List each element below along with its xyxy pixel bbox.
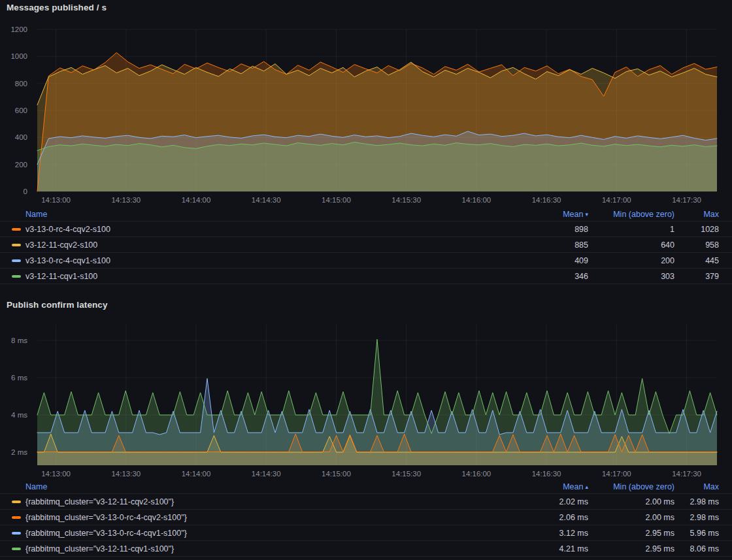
x-tick-label: 14:17:00 bbox=[602, 196, 631, 204]
series-min-value: 303 bbox=[588, 272, 674, 281]
series-name-cell[interactable]: {rabbitmq_cluster="v3-13-0-rc-4-cqv2-s10… bbox=[12, 513, 516, 522]
series-name-label: v3-13-0-rc-4-cqv2-s100 bbox=[25, 225, 110, 234]
legend-row[interactable]: {rabbitmq_cluster="v3-13-0-rc-4-cqv2-s10… bbox=[0, 510, 732, 525]
series-max-value: 379 bbox=[674, 272, 719, 281]
series-color-swatch[interactable] bbox=[12, 501, 21, 503]
series-color-swatch[interactable] bbox=[12, 532, 21, 535]
x-tick-label: 14:14:00 bbox=[182, 470, 211, 478]
series-name-cell[interactable]: v3-12-11-cqv2-s100 bbox=[12, 240, 516, 250]
timeseries-chart-latency[interactable]: 2 ms4 ms6 ms8 ms14:13:0014:13:3014:14:00… bbox=[0, 314, 732, 484]
series-fills bbox=[37, 339, 717, 465]
x-tick-label: 14:16:00 bbox=[462, 196, 491, 204]
series-name-label: v3-12-11-cqv1-s100 bbox=[25, 272, 97, 281]
x-tick-label: 14:15:00 bbox=[322, 470, 351, 478]
column-header-mean[interactable]: Mean▴ bbox=[516, 482, 588, 491]
series-mean-value: 346 bbox=[516, 272, 588, 281]
series-color-swatch[interactable] bbox=[12, 548, 21, 550]
series-max-value: 5.96 ms bbox=[674, 529, 719, 538]
series-mean-value: 4.21 ms bbox=[516, 544, 588, 553]
x-tick-label: 14:17:00 bbox=[602, 470, 631, 478]
series-fill bbox=[37, 339, 717, 465]
x-tick-label: 14:13:30 bbox=[111, 470, 141, 478]
y-tick-label: 200 bbox=[15, 161, 27, 169]
x-tick-label: 14:14:30 bbox=[252, 470, 281, 478]
series-min-value: 2.00 ms bbox=[588, 513, 674, 522]
column-header-name[interactable]: Name bbox=[12, 482, 516, 491]
series-name-label: v3-13-0-rc-4-cqv1-s100 bbox=[25, 256, 110, 265]
grafana-dashboard: Messages published / s 02004006008001000… bbox=[0, 0, 732, 560]
panel-title: Messages published / s bbox=[7, 3, 107, 12]
y-tick-label: 2 ms bbox=[11, 448, 27, 456]
x-tick-label: 14:13:00 bbox=[41, 196, 71, 204]
legend-header-row: NameMean▾Min (above zero)Max bbox=[0, 207, 732, 222]
y-tick-label: 0 bbox=[24, 188, 27, 195]
series-mean-value: 2.02 ms bbox=[516, 497, 588, 506]
x-tick-label: 14:17:30 bbox=[672, 196, 701, 204]
series-max-value: 1028 bbox=[674, 225, 719, 234]
x-tick-label: 14:16:30 bbox=[532, 470, 561, 478]
legend-row[interactable]: {rabbitmq_cluster="v3-13-0-rc-4-cqv1-s10… bbox=[0, 525, 732, 541]
series-color-swatch[interactable] bbox=[12, 228, 21, 231]
sort-desc-icon: ▾ bbox=[585, 211, 588, 218]
x-tick-label: 14:17:30 bbox=[672, 470, 701, 478]
series-color-swatch[interactable] bbox=[12, 244, 21, 246]
legend-row[interactable]: {rabbitmq_cluster="v3-12-11-cqv2-s100"}2… bbox=[0, 494, 732, 510]
series-color-swatch[interactable] bbox=[12, 275, 21, 278]
series-color-swatch[interactable] bbox=[12, 516, 21, 519]
series-name-label: {rabbitmq_cluster="v3-12-11-cqv2-s100"} bbox=[25, 497, 174, 506]
series-name-cell[interactable]: v3-12-11-cqv1-s100 bbox=[12, 272, 516, 281]
series-name-label: v3-12-11-cqv2-s100 bbox=[25, 240, 97, 250]
column-header-min[interactable]: Min (above zero) bbox=[588, 482, 674, 491]
legend-row[interactable]: v3-12-11-cqv1-s100346303379 bbox=[0, 269, 732, 284]
series-name-label: {rabbitmq_cluster="v3-12-11-cqv1-s100"} bbox=[25, 544, 174, 553]
series-mean-value: 898 bbox=[516, 225, 588, 234]
y-tick-label: 6 ms bbox=[11, 374, 27, 382]
y-tick-label: 8 ms bbox=[11, 337, 27, 344]
x-tick-label: 14:14:30 bbox=[252, 196, 281, 204]
column-header-min[interactable]: Min (above zero) bbox=[588, 210, 674, 219]
column-header-max[interactable]: Max bbox=[674, 210, 719, 219]
series-mean-value: 885 bbox=[516, 240, 588, 250]
column-header-mean[interactable]: Mean▾ bbox=[516, 210, 588, 219]
y-tick-label: 1000 bbox=[10, 52, 27, 60]
legend-row[interactable]: v3-12-11-cqv2-s100885640958 bbox=[0, 237, 732, 253]
legend-header-row: NameMean▴Min (above zero)Max bbox=[0, 480, 732, 494]
series-min-value: 200 bbox=[588, 256, 674, 265]
y-tick-label: 600 bbox=[15, 107, 27, 114]
panel-title: Publish confirm latency bbox=[7, 300, 108, 310]
series-name-cell[interactable]: {rabbitmq_cluster="v3-12-11-cqv1-s100"} bbox=[12, 544, 516, 553]
series-min-value: 1 bbox=[588, 225, 674, 234]
series-color-swatch[interactable] bbox=[12, 259, 21, 262]
series-name-cell[interactable]: v3-13-0-rc-4-cqv1-s100 bbox=[12, 256, 516, 265]
series-min-value: 2.95 ms bbox=[588, 544, 674, 553]
series-min-value: 2.00 ms bbox=[588, 497, 674, 506]
legend-table-messages: NameMean▾Min (above zero)Maxv3-13-0-rc-4… bbox=[0, 207, 732, 284]
series-mean-value: 2.06 ms bbox=[516, 513, 588, 522]
x-tick-label: 14:15:30 bbox=[391, 196, 421, 204]
y-tick-label: 1200 bbox=[10, 25, 27, 33]
x-tick-label: 14:15:00 bbox=[322, 196, 351, 204]
sort-asc-icon: ▴ bbox=[585, 484, 588, 490]
series-max-value: 2.98 ms bbox=[674, 513, 719, 522]
series-min-value: 640 bbox=[588, 240, 674, 250]
legend-row[interactable]: v3-13-0-rc-4-cqv1-s100409200445 bbox=[0, 253, 732, 269]
x-tick-label: 14:13:00 bbox=[41, 470, 71, 478]
series-name-cell[interactable]: {rabbitmq_cluster="v3-13-0-rc-4-cqv1-s10… bbox=[12, 529, 516, 538]
x-tick-label: 14:16:00 bbox=[462, 470, 491, 478]
series-name-cell[interactable]: v3-13-0-rc-4-cqv2-s100 bbox=[12, 225, 516, 234]
series-max-value: 958 bbox=[674, 240, 719, 250]
series-min-value: 2.95 ms bbox=[588, 529, 674, 538]
series-mean-value: 409 bbox=[516, 256, 588, 265]
legend-row[interactable]: v3-13-0-rc-4-cqv2-s10089811028 bbox=[0, 222, 732, 237]
timeseries-chart-messages[interactable]: 02004006008001000120014:13:0014:13:3014:… bbox=[0, 18, 732, 206]
column-header-name[interactable]: Name bbox=[12, 210, 516, 219]
y-tick-label: 400 bbox=[15, 133, 27, 141]
series-fills bbox=[37, 53, 717, 192]
column-header-max[interactable]: Max bbox=[674, 482, 719, 491]
series-name-cell[interactable]: {rabbitmq_cluster="v3-12-11-cqv2-s100"} bbox=[12, 497, 516, 506]
series-name-label: {rabbitmq_cluster="v3-13-0-rc-4-cqv2-s10… bbox=[25, 513, 187, 522]
legend-table-latency: NameMean▴Min (above zero)Max{rabbitmq_cl… bbox=[0, 480, 732, 557]
x-tick-label: 14:16:30 bbox=[532, 196, 561, 204]
legend-row[interactable]: {rabbitmq_cluster="v3-12-11-cqv1-s100"}4… bbox=[0, 541, 732, 557]
y-tick-label: 4 ms bbox=[11, 411, 27, 419]
